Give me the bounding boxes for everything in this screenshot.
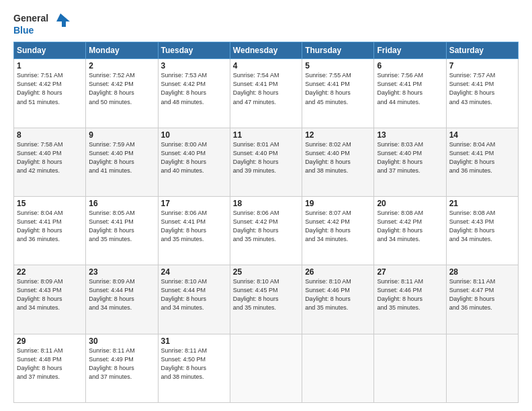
day-number: 18 [233, 199, 299, 208]
calendar-cell: 26Sunrise: 8:10 AMSunset: 4:46 PMDayligh… [302, 265, 374, 334]
calendar-cell: 9Sunrise: 7:59 AMSunset: 4:40 PMDaylight… [86, 128, 158, 196]
calendar-cell: 2Sunrise: 7:52 AMSunset: 4:42 PMDaylight… [86, 59, 158, 128]
day-header: Monday [86, 42, 158, 59]
cell-details: Sunrise: 7:51 AMSunset: 4:42 PMDaylight:… [17, 71, 83, 106]
calendar-cell: 12Sunrise: 8:02 AMSunset: 4:40 PMDayligh… [302, 128, 374, 196]
calendar-cell: 21Sunrise: 8:08 AMSunset: 4:43 PMDayligh… [446, 197, 518, 265]
calendar-cell: 13Sunrise: 8:03 AMSunset: 4:40 PMDayligh… [374, 128, 446, 196]
day-number: 22 [17, 267, 83, 277]
day-number: 16 [89, 199, 154, 208]
cell-details: Sunrise: 8:08 AMSunset: 4:42 PMDaylight:… [377, 209, 443, 244]
day-header: Tuesday [158, 42, 230, 59]
calendar-cell: 30Sunrise: 8:11 AMSunset: 4:49 PMDayligh… [86, 334, 158, 402]
calendar-cell: 14Sunrise: 8:04 AMSunset: 4:41 PMDayligh… [446, 128, 518, 196]
calendar-cell: 24Sunrise: 8:10 AMSunset: 4:44 PMDayligh… [158, 265, 230, 334]
calendar-table: SundayMondayTuesdayWednesdayThursdayFrid… [13, 42, 519, 403]
cell-details: Sunrise: 8:04 AMSunset: 4:41 PMDaylight:… [17, 209, 83, 244]
calendar-cell [302, 334, 374, 402]
calendar-cell: 20Sunrise: 8:08 AMSunset: 4:42 PMDayligh… [374, 197, 446, 265]
logo-bird-icon [51, 13, 70, 27]
day-number: 15 [17, 199, 83, 208]
calendar-cell: 29Sunrise: 8:11 AMSunset: 4:48 PMDayligh… [14, 334, 86, 402]
calendar-cell: 6Sunrise: 7:56 AMSunset: 4:41 PMDaylight… [374, 59, 446, 128]
cell-details: Sunrise: 7:52 AMSunset: 4:42 PMDaylight:… [89, 71, 154, 106]
cell-details: Sunrise: 8:11 AMSunset: 4:49 PMDaylight:… [89, 347, 154, 381]
day-number: 13 [377, 130, 443, 140]
calendar-cell: 7Sunrise: 7:57 AMSunset: 4:41 PMDaylight… [446, 59, 518, 128]
cell-details: Sunrise: 8:03 AMSunset: 4:40 PMDaylight:… [377, 140, 443, 175]
cell-details: Sunrise: 8:11 AMSunset: 4:47 PMDaylight:… [449, 277, 515, 312]
calendar-cell: 23Sunrise: 8:09 AMSunset: 4:44 PMDayligh… [86, 265, 158, 334]
day-number: 14 [449, 130, 515, 140]
cell-details: Sunrise: 8:08 AMSunset: 4:43 PMDaylight:… [449, 209, 515, 244]
header-row: SundayMondayTuesdayWednesdayThursdayFrid… [14, 42, 519, 59]
cell-details: Sunrise: 8:10 AMSunset: 4:46 PMDaylight:… [305, 277, 371, 312]
cell-details: Sunrise: 8:10 AMSunset: 4:44 PMDaylight:… [161, 277, 227, 312]
logo-text: General Blue [13, 12, 48, 36]
day-number: 21 [449, 199, 515, 208]
cell-details: Sunrise: 8:11 AMSunset: 4:46 PMDaylight:… [377, 277, 443, 312]
cell-details: Sunrise: 7:59 AMSunset: 4:40 PMDaylight:… [89, 140, 154, 175]
cell-details: Sunrise: 8:04 AMSunset: 4:41 PMDaylight:… [449, 140, 515, 175]
cell-details: Sunrise: 8:05 AMSunset: 4:41 PMDaylight:… [89, 209, 154, 244]
calendar-cell: 27Sunrise: 8:11 AMSunset: 4:46 PMDayligh… [374, 265, 446, 334]
day-number: 7 [449, 61, 515, 71]
day-number: 27 [377, 267, 443, 277]
day-header: Saturday [446, 42, 518, 59]
cell-details: Sunrise: 8:06 AMSunset: 4:42 PMDaylight:… [233, 209, 299, 244]
cell-details: Sunrise: 8:09 AMSunset: 4:44 PMDaylight:… [89, 277, 154, 312]
cell-details: Sunrise: 8:06 AMSunset: 4:41 PMDaylight:… [161, 209, 227, 244]
day-number: 26 [305, 267, 371, 277]
cell-details: Sunrise: 8:02 AMSunset: 4:40 PMDaylight:… [305, 140, 371, 175]
calendar-cell: 16Sunrise: 8:05 AMSunset: 4:41 PMDayligh… [86, 197, 158, 265]
day-number: 30 [89, 336, 154, 346]
calendar-cell: 3Sunrise: 7:53 AMSunset: 4:42 PMDaylight… [158, 59, 230, 128]
calendar-cell: 15Sunrise: 8:04 AMSunset: 4:41 PMDayligh… [14, 197, 86, 265]
day-header: Sunday [14, 42, 86, 59]
calendar-cell: 25Sunrise: 8:10 AMSunset: 4:45 PMDayligh… [230, 265, 302, 334]
day-header: Friday [374, 42, 446, 59]
cell-details: Sunrise: 7:58 AMSunset: 4:40 PMDaylight:… [17, 140, 83, 175]
calendar-cell: 19Sunrise: 8:07 AMSunset: 4:42 PMDayligh… [302, 197, 374, 265]
day-number: 10 [161, 130, 227, 140]
svg-marker-0 [56, 13, 70, 27]
calendar-cell [374, 334, 446, 402]
calendar-cell: 11Sunrise: 8:01 AMSunset: 4:40 PMDayligh… [230, 128, 302, 196]
page: General Blue SundayMondayTuesdayWednesda… [0, 0, 532, 411]
day-number: 8 [17, 130, 83, 140]
calendar-week-row: 22Sunrise: 8:09 AMSunset: 4:43 PMDayligh… [14, 265, 519, 334]
calendar-cell: 5Sunrise: 7:55 AMSunset: 4:41 PMDaylight… [302, 59, 374, 128]
day-number: 3 [161, 61, 227, 71]
day-header: Thursday [302, 42, 374, 59]
calendar-cell: 28Sunrise: 8:11 AMSunset: 4:47 PMDayligh… [446, 265, 518, 334]
cell-details: Sunrise: 8:09 AMSunset: 4:43 PMDaylight:… [17, 277, 83, 312]
cell-details: Sunrise: 8:11 AMSunset: 4:48 PMDaylight:… [17, 347, 83, 381]
calendar-cell [446, 334, 518, 402]
cell-details: Sunrise: 7:57 AMSunset: 4:41 PMDaylight:… [449, 71, 515, 106]
day-header: Wednesday [230, 42, 302, 59]
cell-details: Sunrise: 8:01 AMSunset: 4:40 PMDaylight:… [233, 140, 299, 175]
calendar-week-row: 8Sunrise: 7:58 AMSunset: 4:40 PMDaylight… [14, 128, 519, 196]
day-number: 11 [233, 130, 299, 140]
logo: General Blue [13, 12, 70, 36]
calendar-week-row: 15Sunrise: 8:04 AMSunset: 4:41 PMDayligh… [14, 197, 519, 265]
cell-details: Sunrise: 8:00 AMSunset: 4:40 PMDaylight:… [161, 140, 227, 175]
day-number: 2 [89, 61, 154, 71]
day-number: 9 [89, 130, 154, 140]
day-number: 4 [233, 61, 299, 71]
calendar-cell [230, 334, 302, 402]
calendar-cell: 4Sunrise: 7:54 AMSunset: 4:41 PMDaylight… [230, 59, 302, 128]
calendar-cell: 1Sunrise: 7:51 AMSunset: 4:42 PMDaylight… [14, 59, 86, 128]
day-number: 1 [17, 61, 83, 71]
day-number: 12 [305, 130, 371, 140]
day-number: 6 [377, 61, 443, 71]
day-number: 19 [305, 199, 371, 208]
cell-details: Sunrise: 7:53 AMSunset: 4:42 PMDaylight:… [161, 71, 227, 106]
day-number: 5 [305, 61, 371, 71]
calendar-cell: 17Sunrise: 8:06 AMSunset: 4:41 PMDayligh… [158, 197, 230, 265]
calendar-cell: 8Sunrise: 7:58 AMSunset: 4:40 PMDaylight… [14, 128, 86, 196]
cell-details: Sunrise: 7:54 AMSunset: 4:41 PMDaylight:… [233, 71, 299, 106]
day-number: 23 [89, 267, 154, 277]
day-number: 24 [161, 267, 227, 277]
cell-details: Sunrise: 7:56 AMSunset: 4:41 PMDaylight:… [377, 71, 443, 106]
